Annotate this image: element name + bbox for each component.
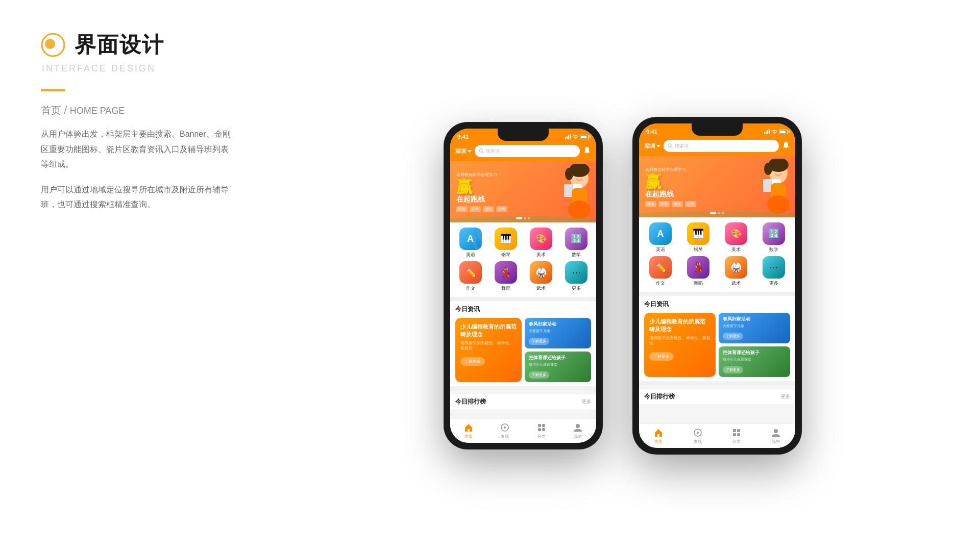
svg-point-8 bbox=[565, 168, 573, 180]
search-placeholder-2: 搜索词 bbox=[675, 143, 689, 149]
news-card-green-2[interactable]: 把体育课还给孩子 培培少儿体育课堂 了解更多 bbox=[719, 346, 790, 377]
news-title-2: 今日资讯 bbox=[644, 300, 669, 309]
icon-item-piano-1[interactable]: 🎹 钢琴 bbox=[489, 228, 522, 258]
icon-more-box-1: ⋯ bbox=[565, 261, 587, 284]
nav-label-profile-2: 我的 bbox=[772, 439, 780, 444]
discover-icon-2 bbox=[693, 428, 703, 438]
icon-item-martial-1[interactable]: 🥋 武术 bbox=[525, 261, 557, 292]
icon-martial-box-1: 🥋 bbox=[530, 261, 552, 284]
news-small2-btn-2[interactable]: 了解更多 bbox=[723, 366, 743, 373]
svg-point-39 bbox=[774, 429, 778, 433]
news-card-blue-2[interactable]: 春风归家活动 关爱留守儿童 了解更多 bbox=[719, 313, 790, 343]
news-header-2: 今日资讯 bbox=[644, 300, 790, 309]
news-small2-desc-2: 培培少儿体育课堂 bbox=[723, 358, 786, 362]
icon-writing-box-2: ✏️ bbox=[649, 256, 672, 279]
phone-screen-1: 9:41 深圳 bbox=[450, 129, 596, 443]
svg-point-34 bbox=[697, 432, 699, 434]
news-card-small-1[interactable]: 春风归家活动 关爱留守儿童 了解更多 bbox=[525, 318, 591, 348]
svg-rect-38 bbox=[737, 433, 740, 436]
icon-item-dance-1[interactable]: 💃 舞蹈 bbox=[489, 261, 522, 292]
profile-icon-2 bbox=[771, 428, 781, 438]
svg-rect-19 bbox=[542, 428, 545, 431]
news-card-big-1[interactable]: 少儿编程教育的所属范畴及理念 培养孩子的系统性、科学性、客观性 了解更多 bbox=[455, 318, 522, 382]
bell-icon-2[interactable] bbox=[782, 141, 790, 151]
section-sep-4 bbox=[639, 381, 795, 385]
search-bar-1[interactable]: 搜索词 bbox=[475, 145, 580, 157]
icon-item-writing-2[interactable]: ✏️ 作文 bbox=[643, 256, 678, 287]
news-big-title-1: 少儿编程教育的所属范畴及理念 bbox=[460, 323, 517, 339]
news-card-small-2[interactable]: 把体育课还给孩子 培培少儿体育课堂 了解更多 bbox=[525, 352, 591, 382]
ranking-more-2[interactable]: 更多 bbox=[781, 393, 790, 400]
bottom-nav-2: 首页 发现 bbox=[639, 423, 795, 448]
location-2[interactable]: 深圳 bbox=[644, 142, 660, 150]
icon-item-martial-2[interactable]: 🥋 武术 bbox=[719, 256, 753, 287]
nav-item-category-1[interactable]: 分类 bbox=[523, 422, 560, 439]
nav-item-discover-1[interactable]: 发现 bbox=[487, 422, 524, 439]
bell-icon-1[interactable] bbox=[583, 146, 591, 156]
news-small1-title-2: 春风归家活动 bbox=[723, 316, 786, 322]
banner-1: 名师教你科学合理学习 赢 在起跑线 转变 升华 领先 优势 bbox=[450, 161, 596, 222]
icon-item-math-1[interactable]: 🔢 数学 bbox=[560, 228, 592, 258]
news-big-btn-2[interactable]: 了解更多 bbox=[649, 352, 674, 361]
svg-point-13 bbox=[568, 201, 591, 219]
icon-label-english-1: 英语 bbox=[466, 252, 475, 258]
ranking-more-1[interactable]: 更多 bbox=[582, 398, 591, 405]
icon-item-english-1[interactable]: A 英语 bbox=[454, 228, 486, 258]
icon-item-more-2[interactable]: ⋯ 更多 bbox=[756, 256, 791, 287]
location-arrow-1 bbox=[468, 150, 472, 153]
svg-rect-37 bbox=[733, 433, 736, 436]
icon-art-box-1: 🎨 bbox=[530, 228, 552, 250]
banner-grass-1 bbox=[450, 216, 596, 222]
svg-rect-35 bbox=[733, 429, 736, 432]
icon-item-piano-2[interactable]: 🎹 钢琴 bbox=[681, 222, 716, 253]
news-header-1: 今日资讯 bbox=[455, 305, 591, 314]
page-title-cn: 界面设计 bbox=[75, 31, 164, 59]
icon-more-box-2: ⋯ bbox=[763, 256, 785, 279]
news-small1-btn-2[interactable]: 了解更多 bbox=[723, 333, 743, 340]
news-section-2: 今日资讯 少儿编程教育的所属范畴及理念 培养孩子的系统性、科学性、客观性 了解更… bbox=[639, 296, 795, 381]
svg-rect-10 bbox=[564, 184, 573, 197]
news-big-btn-1[interactable]: 了解更多 bbox=[460, 357, 485, 366]
icon-item-math-2[interactable]: 🔢 数学 bbox=[756, 222, 791, 253]
nav-item-category-2[interactable]: 分类 bbox=[717, 428, 756, 444]
banner-tag3-2: 领先 bbox=[672, 201, 683, 207]
banner-tag4-2: 优势 bbox=[685, 201, 696, 207]
svg-rect-29 bbox=[763, 179, 772, 192]
news-small1-title-1: 春风归家活动 bbox=[529, 321, 587, 328]
icon-item-art-1[interactable]: 🎨 美术 bbox=[525, 228, 557, 258]
signal-icon-2 bbox=[764, 129, 770, 134]
icon-item-more-1[interactable]: ⋯ 更多 bbox=[560, 261, 592, 292]
icon-item-writing-1[interactable]: ✏️ 作文 bbox=[454, 261, 486, 292]
banner-tag3: 领先 bbox=[483, 206, 494, 212]
nav-label-discover-2: 发现 bbox=[694, 439, 702, 444]
search-icon-2 bbox=[668, 143, 673, 148]
icon-label-writing-2: 作文 bbox=[656, 280, 665, 287]
location-1[interactable]: 深圳 bbox=[455, 147, 472, 155]
icon-item-english-2[interactable]: A 英语 bbox=[643, 222, 678, 253]
app-header-2: 深圳 搜索词 bbox=[639, 138, 795, 156]
svg-line-22 bbox=[671, 147, 673, 148]
category-icon-1 bbox=[536, 422, 547, 433]
ranking-header-1: 今日排行榜 更多 bbox=[455, 397, 591, 406]
news-small2-btn-1[interactable]: 了解更多 bbox=[529, 371, 549, 379]
discover-icon-1 bbox=[500, 422, 510, 433]
nav-label-home-2: 首页 bbox=[654, 439, 663, 444]
nav-item-home-1[interactable]: 首页 bbox=[450, 422, 487, 439]
news-small1-btn-1[interactable]: 了解更多 bbox=[529, 338, 549, 345]
section-desc2: 用户可以通过地域定位搜寻所在城市及附近所有辅导班，也可通过搜索框精准查询。 bbox=[41, 182, 235, 212]
search-bar-2[interactable]: 搜索词 bbox=[664, 140, 779, 152]
icon-label-dance-2: 舞蹈 bbox=[694, 280, 703, 287]
icon-item-dance-2[interactable]: 💃 舞蹈 bbox=[681, 256, 716, 287]
icon-item-art-2[interactable]: 🎨 美术 bbox=[719, 222, 753, 253]
nav-item-profile-1[interactable]: 我的 bbox=[560, 422, 597, 439]
banner-illustration-2 bbox=[753, 159, 791, 217]
nav-item-home-2[interactable]: 首页 bbox=[639, 428, 678, 444]
nav-item-discover-2[interactable]: 发现 bbox=[678, 428, 718, 444]
news-card-big-2[interactable]: 少儿编程教育的所属范畴及理念 培养孩子的系统性、科学性、客观性 了解更多 bbox=[644, 313, 716, 377]
home-icon-2 bbox=[653, 428, 664, 438]
news-small2-desc-1: 培培少儿体育课堂 bbox=[529, 363, 587, 367]
nav-item-profile-2[interactable]: 我的 bbox=[756, 428, 796, 444]
icon-label-martial-2: 武术 bbox=[731, 280, 741, 287]
svg-rect-17 bbox=[542, 424, 545, 427]
home-icon-1 bbox=[463, 422, 474, 433]
